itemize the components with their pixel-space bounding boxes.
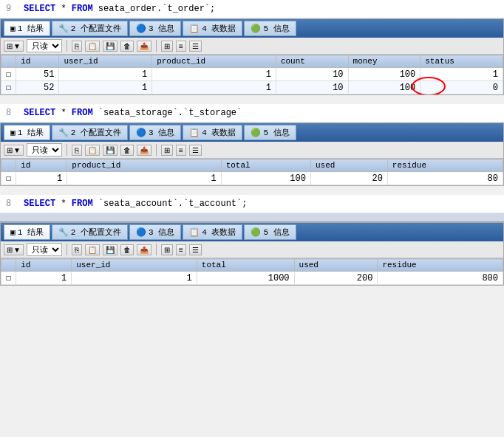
grid-btn-3[interactable]: ⊞ <box>161 244 173 255</box>
copy-btn-1[interactable]: ⎘ <box>72 41 82 52</box>
tab-info2-1[interactable]: 🟢 5 信息 <box>244 21 296 36</box>
tab-label-info-3: 3 信息 <box>149 227 174 238</box>
col-header-count-1: count <box>276 55 348 68</box>
paste-btn-1[interactable]: 📋 <box>85 41 100 52</box>
sep-4 <box>156 144 157 156</box>
tab-info-3[interactable]: 🔵 3 信息 <box>129 224 181 240</box>
tab-icon-info2: 🟢 <box>251 24 261 33</box>
details-btn-2[interactable]: ☰ <box>189 145 202 156</box>
save-btn-1[interactable]: 💾 <box>103 41 118 52</box>
tab-tabledata-2[interactable]: 📋 4 表数据 <box>183 125 242 140</box>
tab-label-tabledata-3: 4 表数据 <box>202 227 236 238</box>
filter-icon: ⊞ <box>7 42 13 50</box>
sql-star-2: * <box>61 108 71 118</box>
paste-btn-2[interactable]: 📋 <box>85 145 100 156</box>
save-btn-3[interactable]: 💾 <box>103 244 118 255</box>
row2-status: 0 <box>420 81 503 94</box>
details-btn-3[interactable]: ☰ <box>189 244 202 255</box>
list-btn-2[interactable]: ≡ <box>176 145 186 156</box>
mode-select-1[interactable]: 只读 <box>27 39 62 52</box>
result-tabs-3: ▣ 1 结果 🔧 2 个配置文件 🔵 3 信息 📋 4 表数据 🟢 5 信息 <box>1 223 503 241</box>
line-number-2: 8 <box>6 108 15 118</box>
copy-btn-2[interactable]: ⎘ <box>72 145 82 156</box>
delete-btn-2[interactable]: 🗑 <box>120 145 134 156</box>
export-btn-1[interactable]: 📤 <box>137 41 151 52</box>
paste-btn-3[interactable]: 📋 <box>85 244 100 255</box>
row2-money: 100 <box>348 81 420 94</box>
tab-result-1[interactable]: ▣ 1 结果 <box>4 21 50 36</box>
tab-result-2[interactable]: ▣ 1 结果 <box>4 125 50 140</box>
tab-info2-3[interactable]: 🟢 5 信息 <box>244 224 296 240</box>
tab-config-1[interactable]: 🔧 2 个配置文件 <box>52 21 128 36</box>
copy-btn-3[interactable]: ⎘ <box>72 244 82 255</box>
row1-checkbox-2[interactable]: ☐ <box>1 172 16 185</box>
filter-btn-1[interactable]: ⊞ ▼ <box>4 41 24 52</box>
tab-info-2[interactable]: 🔵 3 信息 <box>129 125 181 140</box>
delete-btn-3[interactable]: 🗑 <box>120 244 134 255</box>
sql-keyword-select: SELECT <box>24 4 55 14</box>
list-btn-1[interactable]: ≡ <box>176 41 186 52</box>
grid-btn-1[interactable]: ⊞ <box>161 41 173 52</box>
tab-icon-config-3: 🔧 <box>58 227 69 237</box>
copy-icon-2: ⎘ <box>75 146 79 154</box>
row1-status: 1 <box>420 68 503 81</box>
filter-btn-3[interactable]: ⊞ ▼ <box>4 244 24 255</box>
row1-id-2: 1 <box>16 172 67 185</box>
col-header-used-2: used <box>310 159 387 172</box>
row1-userid: 1 <box>59 68 152 81</box>
save-btn-2[interactable]: 💾 <box>103 145 118 156</box>
list-btn-3[interactable]: ≡ <box>176 244 186 255</box>
tab-tabledata-1[interactable]: 📋 4 表数据 <box>183 21 242 36</box>
toolbar-1: ⊞ ▼ 只读 ⎘ 📋 💾 🗑 📤 ⊞ ≡ ☰ <box>1 38 503 55</box>
result-panel-2: ▣ 1 结果 🔧 2 个配置文件 🔵 3 信息 📋 4 表数据 🟢 5 信息 <box>0 123 504 186</box>
tab-icon-info2-2: 🟢 <box>251 128 261 137</box>
list-icon-2: ≡ <box>179 146 183 154</box>
sql-query-3: 8 SELECT * FROM `seata_account`.`t_accou… <box>0 195 504 213</box>
col-header-total-2: total <box>221 159 310 172</box>
grid-icon: ⊞ <box>164 42 170 50</box>
scroll-indicator[interactable] <box>0 213 504 222</box>
filter-btn-2[interactable]: ⊞ ▼ <box>4 145 24 156</box>
row2-checkbox[interactable]: ☐ <box>1 81 16 94</box>
col-header-checkbox-1 <box>1 55 16 68</box>
sql-keyword-select-3: SELECT <box>24 199 55 209</box>
tab-label-info2-2: 5 信息 <box>263 127 289 138</box>
sep-6 <box>156 244 157 255</box>
save-icon-3: 💾 <box>106 246 115 254</box>
table-row[interactable]: ☐ 52 1 1 10 100 0 <box>1 81 503 94</box>
table-row[interactable]: ☐ 51 1 1 10 100 1 <box>1 68 503 81</box>
row1-checkbox[interactable]: ☐ <box>1 68 16 81</box>
delete-icon-3: 🗑 <box>123 246 131 254</box>
result-area-1: id user_id product_id count money status… <box>1 55 503 94</box>
mode-select-2[interactable]: 只读 <box>27 143 62 156</box>
tab-icon-config: 🔧 <box>58 24 69 33</box>
col-header-checkbox-3 <box>1 259 16 272</box>
table-row[interactable]: ☐ 1 1 1000 200 800 <box>1 272 503 285</box>
export-btn-2[interactable]: 📤 <box>137 145 151 156</box>
details-btn-1[interactable]: ☰ <box>189 41 202 52</box>
delete-icon-2: 🗑 <box>123 146 131 154</box>
save-icon: 💾 <box>106 42 115 50</box>
col-header-id-2: id <box>16 159 67 172</box>
mode-select-3[interactable]: 只读 <box>27 243 62 256</box>
row1-used-3: 200 <box>294 272 378 285</box>
export-icon-3: 📤 <box>140 246 149 254</box>
tab-icon-table: 📋 <box>189 24 200 33</box>
tab-label-result-3: 1 结果 <box>18 227 44 238</box>
row1-used-2: 20 <box>310 172 387 185</box>
grid-btn-2[interactable]: ⊞ <box>161 145 173 156</box>
tab-config-3[interactable]: 🔧 2 个配置文件 <box>52 224 128 240</box>
data-table-3: id user_id total used residue ☐ 1 1 1000… <box>1 258 503 285</box>
tab-config-2[interactable]: 🔧 2 个配置文件 <box>52 125 128 140</box>
delete-btn-1[interactable]: 🗑 <box>120 41 134 52</box>
col-header-userid-3: user_id <box>72 259 197 272</box>
tab-result-3[interactable]: ▣ 1 结果 <box>4 224 50 240</box>
export-btn-3[interactable]: 📤 <box>137 244 151 255</box>
result-tabs-2: ▣ 1 结果 🔧 2 个配置文件 🔵 3 信息 📋 4 表数据 🟢 5 信息 <box>1 123 503 142</box>
row1-checkbox-3[interactable]: ☐ <box>1 272 16 285</box>
table-row[interactable]: ☐ 1 1 100 20 80 <box>1 172 503 185</box>
tab-tabledata-3[interactable]: 📋 4 表数据 <box>183 224 242 240</box>
tab-info-1[interactable]: 🔵 3 信息 <box>129 21 181 36</box>
row1-count: 10 <box>276 68 348 81</box>
tab-info2-2[interactable]: 🟢 5 信息 <box>244 125 296 140</box>
